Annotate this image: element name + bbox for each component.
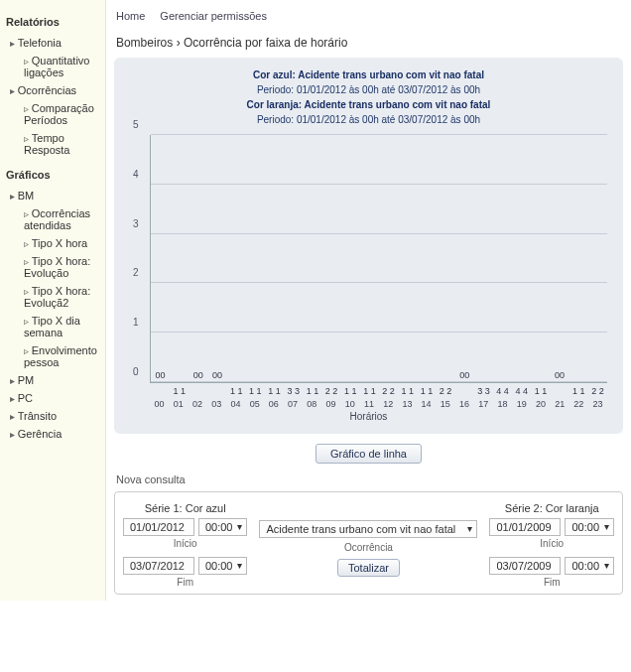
- x-tick: 11: [359, 399, 378, 409]
- series1-start-caption: Início: [123, 538, 248, 549]
- breadcrumb: Bombeiros › Ocorrência por faixa de horá…: [116, 36, 621, 50]
- series2-end-date[interactable]: 03/07/2009: [489, 557, 561, 575]
- sidebar-item-tipo-hora[interactable]: Tipo X hora: [18, 234, 101, 252]
- nova-consulta-label: Nova consulta: [116, 473, 621, 485]
- series2-col: Série 2: Cor laranja 01/01/2009 00:00 In…: [489, 502, 614, 588]
- y-tick: 0: [133, 366, 139, 377]
- occurrence-select[interactable]: Acidente trans urbano com vit nao fatal: [259, 520, 477, 538]
- x-tick: 15: [436, 399, 454, 409]
- bar-value-top: 00: [212, 370, 222, 380]
- chart-x-labels: 0001020304050607080910111213141516171819…: [150, 399, 607, 409]
- top-nav: Home Gerenciar permissões: [114, 6, 623, 26]
- x-tick: 03: [207, 399, 226, 409]
- x-tick: 21: [551, 399, 569, 409]
- x-tick: 10: [340, 399, 359, 409]
- sidebar: Relatórios Telefonia Quantitativo ligaçõ…: [0, 0, 106, 601]
- sidebar-item-oc-atendidas[interactable]: Ocorrências atendidas: [18, 204, 101, 234]
- legend-orange-period: Periodo: 01/01/2012 às 00h até 03/07/201…: [122, 112, 615, 127]
- bar-value-bottom: 1 1: [268, 386, 281, 396]
- x-tick: 17: [474, 399, 493, 409]
- x-tick: 05: [245, 399, 264, 409]
- sidebar-item-pc[interactable]: PC: [4, 389, 101, 407]
- bar-value-top: 00: [555, 370, 565, 380]
- sidebar-item-tempo-resposta[interactable]: Tempo Resposta: [18, 129, 101, 159]
- query-form: Série 1: Cor azul 01/01/2012 00:00 Iníci…: [114, 491, 623, 595]
- x-tick: 14: [417, 399, 436, 409]
- y-tick: 5: [133, 119, 139, 130]
- sidebar-item-ocorrencias[interactable]: Ocorrências: [4, 81, 101, 99]
- content: Home Gerenciar permissões Bombeiros › Oc…: [106, 0, 631, 601]
- series1-start-time[interactable]: 00:00: [198, 518, 248, 536]
- bar-value-bottom: 1 1: [307, 386, 319, 396]
- x-tick: 06: [264, 399, 283, 409]
- x-tick: 18: [493, 399, 512, 409]
- series2-start-time[interactable]: 00:00: [565, 518, 614, 536]
- bar-value-bottom: 3 3: [477, 386, 490, 396]
- x-tick: 08: [303, 399, 321, 409]
- series1-col: Série 1: Cor azul 01/01/2012 00:00 Iníci…: [123, 502, 248, 588]
- series1-label: Série 1: Cor azul: [123, 502, 248, 514]
- sidebar-item-telefonia[interactable]: Telefonia: [4, 34, 101, 52]
- sidebar-item-pm[interactable]: PM: [4, 371, 101, 389]
- x-tick: 02: [188, 399, 206, 409]
- nav-permissions[interactable]: Gerenciar permissões: [160, 10, 267, 22]
- sidebar-item-bm[interactable]: BM: [4, 187, 101, 204]
- bar-value-bottom: 4 4: [496, 386, 509, 396]
- sidebar-item-tipo-hora-evolucao[interactable]: Tipo X hora: Evolução: [18, 252, 101, 282]
- legend-orange-title: Cor laranja: Acidente trans urbano com v…: [247, 99, 491, 110]
- sidebar-item-transito[interactable]: Trânsito: [4, 407, 101, 425]
- sidebar-item-gerencia[interactable]: Gerência: [4, 425, 101, 443]
- bar-value-bottom: 1 1: [230, 386, 243, 396]
- chart-legend: Cor azul: Acidente trans urbano com vit …: [122, 67, 615, 127]
- bar-value-top: 00: [156, 370, 166, 380]
- nav-home[interactable]: Home: [116, 10, 145, 22]
- y-tick: 1: [133, 317, 139, 328]
- chart-x-title: Horários: [122, 411, 615, 422]
- bar-value-bottom: 1 1: [249, 386, 262, 396]
- series2-end-time[interactable]: 00:00: [565, 557, 614, 575]
- occurrence-caption: Ocorrência: [259, 542, 477, 553]
- bar-value-bottom: 1 1: [363, 386, 376, 396]
- bar-value-bottom: 1 1: [173, 386, 186, 396]
- series1-end-date[interactable]: 03/07/2012: [123, 557, 194, 575]
- sidebar-heading-graficos: Gráficos: [6, 169, 101, 181]
- bar-value-bottom: 1 1: [401, 386, 414, 396]
- x-tick: 00: [150, 399, 169, 409]
- series2-end-caption: Fim: [489, 577, 614, 588]
- y-tick: 3: [133, 217, 139, 228]
- bar-value-top: 00: [459, 370, 469, 380]
- x-tick: 01: [169, 399, 188, 409]
- x-tick: 09: [321, 399, 340, 409]
- x-tick: 13: [398, 399, 417, 409]
- chart-type-button[interactable]: Gráfico de linha: [316, 444, 422, 464]
- bar-value-top: 00: [193, 370, 203, 380]
- sidebar-item-tipo-hora-evolucao2[interactable]: Tipo X hora: Evoluçã2: [18, 282, 101, 312]
- x-tick: 04: [226, 399, 245, 409]
- series2-start-caption: Início: [489, 538, 614, 549]
- series2-label: Série 2: Cor laranja: [489, 502, 614, 514]
- chart-card: Cor azul: Acidente trans urbano com vit …: [114, 58, 623, 434]
- sidebar-item-comparacao[interactable]: Comparação Períodos: [18, 99, 101, 129]
- sidebar-item-tipo-dia-semana[interactable]: Tipo X dia semana: [18, 312, 101, 341]
- series1-end-time[interactable]: 00:00: [198, 557, 248, 575]
- legend-blue-title: Cor azul: Acidente trans urbano com vit …: [253, 69, 484, 80]
- sidebar-item-quantitativo[interactable]: Quantitativo ligações: [18, 52, 101, 81]
- sidebar-item-envolvimento[interactable]: Envolvimento pessoa: [18, 341, 101, 371]
- x-tick: 12: [379, 399, 398, 409]
- bar-value-bottom: 3 3: [287, 386, 300, 396]
- bar-value-bottom: 1 1: [535, 386, 548, 396]
- series1-start-date[interactable]: 01/01/2012: [123, 518, 194, 536]
- bar-value-bottom: 1 1: [344, 386, 357, 396]
- y-tick: 4: [133, 168, 139, 179]
- x-tick: 23: [588, 399, 607, 409]
- bar-value-bottom: 2 2: [591, 386, 604, 396]
- bar-value-bottom: 2 2: [382, 386, 395, 396]
- chart-plot: 012345001 100001 11 11 13 31 12 21 11 12…: [150, 135, 607, 383]
- y-tick: 2: [133, 267, 139, 278]
- bar-value-bottom: 4 4: [516, 386, 529, 396]
- totalizar-button[interactable]: Totalizar: [337, 559, 400, 577]
- legend-blue-period: Periodo: 01/01/2012 às 00h até 03/07/201…: [122, 82, 615, 97]
- x-tick: 19: [512, 399, 531, 409]
- series2-start-date[interactable]: 01/01/2009: [489, 518, 561, 536]
- x-tick: 20: [531, 399, 550, 409]
